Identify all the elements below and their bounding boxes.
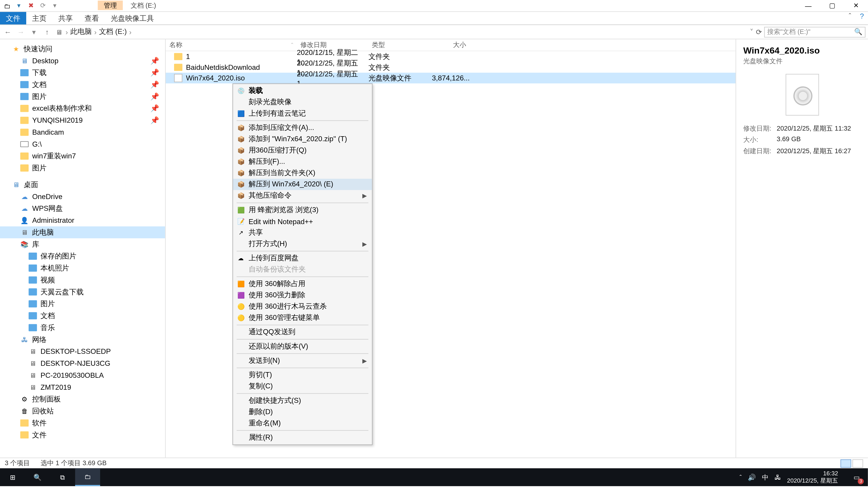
context-menu-item[interactable]: 🟩用 蜂蜜浏览器 浏览(3) [233,204,372,216]
contextual-tab[interactable]: 管理 [98,1,123,10]
search-button[interactable]: 🔍 [25,468,50,486]
column-headers[interactable]: 名称ˆ 修改日期 类型 大小 [166,39,736,51]
tab-home[interactable]: 主页 [26,12,53,24]
context-menu-item[interactable]: ☁上传到百度网盘 [233,253,372,264]
recent-dropdown-icon[interactable]: ▾ [29,28,39,36]
sidebar-item[interactable]: 保存的图片 [0,250,165,262]
context-menu-item[interactable]: 📦解压到 Win7x64_2020\ (E) [233,179,372,190]
sidebar-item[interactable]: YUNQISHI2019📌 [0,114,165,126]
context-menu-item[interactable]: ↗共享 [233,227,372,238]
maximize-button[interactable]: ▢ [820,0,844,11]
col-name[interactable]: 名称 [169,40,182,50]
sidebar-item[interactable]: 🖥DESKTOP-NJEU3CG [0,357,165,369]
context-menu-item[interactable]: 重命名(M) [233,418,372,429]
sidebar-item[interactable]: 🖥ZMT2019 [0,381,165,393]
sidebar-desktop[interactable]: 🖥桌面 [0,179,165,191]
context-menu-item[interactable]: 🟪使用 360强力删除 [233,290,372,301]
network-icon[interactable]: 🖧 [774,474,781,481]
explorer-taskbar-button[interactable]: 🗀 [75,468,100,486]
sidebar-item[interactable]: 图片📌 [0,91,165,103]
view-details-button[interactable] [840,459,851,467]
context-menu-item[interactable]: 📝Edit with Notepad++ [233,216,372,227]
context-menu-item[interactable]: 剪切(T) [233,369,372,381]
tab-view[interactable]: 查看 [79,12,105,24]
context-menu-item[interactable]: 刻录光盘映像 [233,96,372,108]
up-button[interactable]: ↑ [42,28,53,36]
sidebar-item[interactable]: 🖥DESKTOP-LSSOEDP [0,346,165,357]
sidebar-item[interactable]: ⚙控制面板 [0,393,165,405]
col-type[interactable]: 类型 [368,40,428,50]
context-menu-item[interactable]: 还原以前的版本(V) [233,341,372,352]
sidebar-item[interactable]: Bandicam [0,126,165,138]
tab-share[interactable]: 共享 [53,12,79,24]
context-menu-item[interactable]: 📦用360压缩打开(Q) [233,145,372,156]
context-menu-item[interactable]: 属性(R) [233,432,372,443]
back-button[interactable]: ← [2,28,13,36]
sidebar-item[interactable]: 视频 [0,274,165,286]
action-center-button[interactable]: ▭3 [848,468,866,486]
ribbon-collapse-icon[interactable]: ˆ [844,12,856,24]
tray-chevron-icon[interactable]: ˆ [740,474,742,481]
search-input[interactable]: 搜索"文档 (E:)" 🔍 [764,26,866,37]
sidebar-quick-access[interactable]: ★快速访问 [0,43,165,55]
qat-undo-icon[interactable]: ✖ [26,1,36,10]
col-size[interactable]: 大小 [428,40,470,50]
context-menu-item[interactable]: 🟡使用 360管理右键菜单 [233,312,372,324]
help-icon[interactable]: ? [856,12,868,24]
sidebar-item[interactable]: ☁OneDrive [0,191,165,203]
context-menu-item[interactable]: 发送到(N)▶ [233,355,372,366]
refresh-button[interactable]: ⟳ [756,28,762,36]
sidebar-item[interactable]: 下载📌 [0,67,165,78]
address-dropdown-icon[interactable]: ˅ [750,28,753,36]
sidebar-item[interactable]: 文档📌 [0,78,165,91]
sidebar-item[interactable]: 文件 [0,429,165,441]
context-menu-item[interactable]: 📦解压到(F)... [233,156,372,167]
context-menu-item[interactable]: 🟧使用 360解除占用 [233,278,372,289]
close-button[interactable]: ✕ [844,0,868,11]
sidebar-item[interactable]: 图片 [0,162,165,174]
sidebar-network[interactable]: 🖧网络 [0,334,165,346]
file-row[interactable]: 1 2020/12/15, 星期二 1... 文件夹 [166,51,736,62]
start-button[interactable]: ⊞ [0,468,25,486]
context-menu-item[interactable]: 📦解压到当前文件夹(X) [233,167,372,179]
context-menu-item[interactable]: 🟦上传到有道云笔记 [233,108,372,119]
context-menu-item[interactable]: 🟡使用 360进行木马云查杀 [233,301,372,312]
qat-save-icon[interactable]: ▾ [14,1,24,10]
context-menu-item[interactable]: 📦添加到 "Win7x64_2020.zip" (T) [233,133,372,145]
clock[interactable]: 16:32 2020/12/25, 星期五 [787,470,842,484]
sidebar-item[interactable]: 文档 [0,310,165,322]
sidebar-item[interactable]: 🖥Desktop📌 [0,55,165,67]
breadcrumb-root[interactable]: 此电脑 [70,27,92,37]
context-menu-item[interactable]: 打开方式(H)▶ [233,238,372,250]
sidebar-item[interactable]: 图片 [0,298,165,310]
sidebar-item[interactable]: 本机照片 [0,262,165,274]
context-menu-item[interactable]: 复制(C) [233,381,372,392]
sidebar-item[interactable]: win7重装win7 [0,150,165,162]
view-icons-button[interactable] [852,459,863,467]
forward-button[interactable]: → [16,28,26,36]
sidebar-item-thispc[interactable]: 🖥此电脑 [0,226,165,238]
task-view-button[interactable]: ⧉ [50,468,75,486]
breadcrumb-folder[interactable]: 文档 (E:) [99,27,127,37]
sidebar-item[interactable]: 天翼云盘下载 [0,286,165,298]
qat-redo-icon[interactable]: ⟳ [38,1,48,10]
sidebar-item[interactable]: 👤Administrator [0,215,165,226]
file-row[interactable]: BaiduNetdiskDownload 2020/12/25, 星期五 1..… [166,62,736,72]
sidebar-item[interactable]: G:\ [0,138,165,150]
context-menu-item[interactable]: 📦其他压缩命令▶ [233,190,372,201]
breadcrumb[interactable]: 🖥 › 此电脑 › 文档 (E:) › [55,27,747,37]
tab-disc-tools[interactable]: 光盘映像工具 [105,12,160,24]
sidebar-item[interactable]: 📚库 [0,238,165,250]
sidebar-item[interactable]: 🖥PC-20190530OBLA [0,369,165,381]
context-menu-item[interactable]: 创建快捷方式(S) [233,395,372,406]
tab-file[interactable]: 文件 [0,12,26,24]
sidebar-item[interactable]: excel表格制作求和📌 [0,103,165,115]
sidebar-item[interactable]: 🗑回收站 [0,405,165,417]
ime-indicator[interactable]: 中 [762,473,769,482]
context-menu-item[interactable]: 💿装载 [233,85,372,96]
sidebar-item[interactable]: ☁WPS网盘 [0,203,165,215]
volume-icon[interactable]: 🔊 [748,473,756,481]
file-row-selected[interactable]: Win7x64_2020.iso 2020/12/25, 星期五 1... 光盘… [166,73,736,84]
context-menu-item[interactable]: 通过QQ发送到 [233,326,372,338]
context-menu-item[interactable]: 📦添加到压缩文件(A)... [233,122,372,133]
